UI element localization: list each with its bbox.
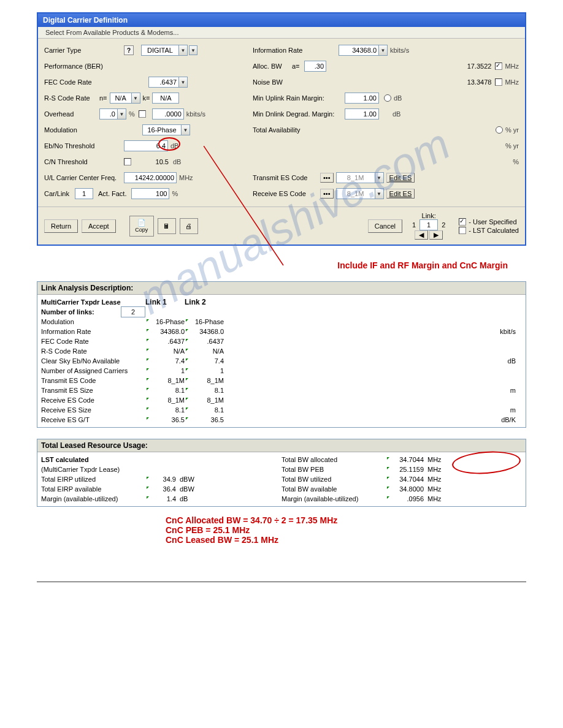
alloc-checkbox[interactable] (495, 63, 502, 70)
ir-unit: kbits/s (390, 47, 409, 54)
mctl2-label: (MultiCarrier Txpdr Lease) (41, 466, 145, 473)
link-next-button[interactable]: ▶ (429, 230, 443, 240)
table-row: Transmit ES Code8_1M8_1M (41, 376, 522, 385)
overhead-unit: kbits/s (186, 110, 205, 118)
carrier-type-select[interactable]: DIGITAL▼ (141, 45, 188, 56)
rx-browse-button[interactable]: ••• (320, 189, 334, 199)
cancel-button[interactable]: Cancel (368, 219, 402, 233)
fec-label: FEC Code Rate (44, 78, 124, 86)
toolbar[interactable]: Select From Available Products & Modems.… (38, 27, 525, 39)
ir-select[interactable]: 34368.0▼ (339, 45, 388, 56)
usage-row: Total EIRP utilized34.9dBW (41, 474, 282, 484)
carlink-label: Car/Link (44, 190, 75, 197)
ebno-input[interactable] (124, 140, 168, 151)
modulation-label: Modulation (44, 126, 124, 134)
chevron-down-icon: ▼ (375, 173, 383, 183)
total-leased-panel: Total Leased Resource Usage: LST calcula… (37, 439, 526, 507)
chevron-down-icon: ▼ (131, 93, 140, 103)
link-input[interactable] (419, 219, 438, 230)
minup-radio[interactable] (384, 94, 391, 102)
calculator-icon: 🖩 (163, 222, 170, 230)
usage-row: Margin (available-utilized).0956MHz (282, 494, 522, 504)
cn-unit: dB (173, 158, 181, 165)
tx-edit-button[interactable]: Edit ES (386, 173, 415, 183)
help-button[interactable]: ? (124, 45, 134, 55)
chevron-down-icon: ▼ (375, 189, 383, 199)
minup-unit: dB (394, 94, 402, 102)
alloc-unit: MHz (505, 63, 519, 70)
ulcf-label: U/L Carrier Center Freq. (44, 174, 124, 181)
annotation-1: Include IF and RF Margin and CnC Margin (37, 260, 526, 270)
overhead-checkbox[interactable] (139, 110, 146, 118)
annotation-2a: CnC Allocated BW = 34.70 ÷ 2 = 17.35 MHz (166, 515, 526, 525)
alloc-a-label: a= (292, 63, 304, 70)
link-analysis-panel: Link Analysis Description: MultiCarrier … (37, 281, 526, 428)
link-2-label: 2 (442, 221, 445, 229)
fec-select[interactable]: .6437▼ (148, 77, 188, 88)
actfact-unit: % (172, 190, 178, 197)
overhead-select[interactable]: .0▼ (99, 108, 126, 119)
chevron-down-icon: ▼ (378, 45, 387, 55)
cn-value (136, 156, 170, 167)
rs-k-input[interactable] (152, 93, 179, 104)
lst-calculated-label: - LST Calculated (469, 227, 519, 234)
chevron-down-icon: ▼ (178, 77, 187, 87)
calculator-button[interactable]: 🖩 (158, 218, 176, 234)
return-button[interactable]: Return (44, 219, 78, 233)
copy-icon: 📄 (137, 219, 146, 227)
rs-n-label: n= (99, 94, 107, 102)
chevron-down-icon: ▼ (181, 125, 190, 135)
modulation-select[interactable]: 16-Phase▼ (142, 124, 190, 135)
overhead-out-input[interactable] (152, 108, 184, 119)
footer-rule (37, 582, 526, 582)
user-specified-checkbox[interactable] (459, 218, 466, 226)
usage-row: Total BW available34.8000MHz (282, 484, 522, 494)
carrier-type-label: Carrier Type (44, 47, 124, 54)
carlink-input[interactable] (75, 188, 93, 199)
rx-select[interactable]: 8_1M▼ (336, 188, 384, 199)
ta-label: Total Availability (253, 126, 345, 134)
ulcf-input[interactable] (124, 172, 177, 183)
ebno-unit: dB (170, 142, 178, 150)
rs-k-label: k= (143, 94, 150, 102)
link-analysis-header: Link Analysis Description: (37, 282, 526, 295)
cn-checkbox[interactable] (124, 158, 131, 165)
table-row: Information Rate34368.034368.0kbit/s (41, 327, 522, 336)
ta-unit2: % yr (505, 142, 519, 150)
chevron-down-icon[interactable]: ▼ (189, 45, 197, 55)
table-row: Number of Assigned Carriers11 (41, 366, 522, 376)
alloc-out: 17.3522 (467, 63, 492, 70)
usage-row: Total BW PEB25.1159MHz (282, 464, 522, 474)
rs-label: R-S Code Rate (44, 94, 99, 102)
annotation-2b: CnC PEB = 25.1 MHz (166, 525, 526, 535)
usage-row: Total BW allocated34.7044MHz (282, 455, 522, 464)
mindn-unit: dB (393, 110, 400, 118)
mindn-input[interactable] (345, 108, 379, 119)
alloc-a-input[interactable] (304, 61, 326, 72)
ta-radio[interactable] (496, 126, 503, 134)
tx-select[interactable]: 8_1M▼ (336, 172, 384, 183)
nlinks-input[interactable] (121, 306, 145, 317)
table-row: R-S Code RateN/AN/A (41, 346, 522, 356)
usage-row: Total EIRP available36.4dBW (41, 484, 282, 494)
nbw-checkbox[interactable] (495, 78, 502, 86)
print-button[interactable]: 🖨 (180, 218, 198, 234)
ulcf-unit: MHz (179, 174, 193, 181)
accept-button[interactable]: Accept (82, 219, 116, 233)
link-prev-button[interactable]: ◀ (415, 230, 428, 240)
actfact-input[interactable] (131, 188, 169, 199)
mindn-label: Min Dnlink Degrad. Margin: (253, 110, 345, 118)
copy-button[interactable]: 📄Copy (129, 216, 154, 237)
rx-edit-button[interactable]: Edit ES (386, 189, 415, 199)
ta-unit: % yr (505, 126, 519, 134)
table-row: FEC Code Rate.6437.6437 (41, 336, 522, 346)
tx-browse-button[interactable]: ••• (320, 173, 334, 183)
link2-header: Link 2 (185, 298, 224, 306)
link-label: Link: (422, 212, 436, 219)
minup-input[interactable] (345, 93, 379, 104)
rs-n-select[interactable]: N/A▼ (110, 93, 140, 104)
ebno-label: Eb/No Threshold (44, 142, 124, 150)
ta-unit3: % (513, 158, 519, 165)
usage-row: Margin (available-utilized)1.4dB (41, 494, 282, 504)
lst-calculated-checkbox[interactable] (459, 227, 466, 234)
